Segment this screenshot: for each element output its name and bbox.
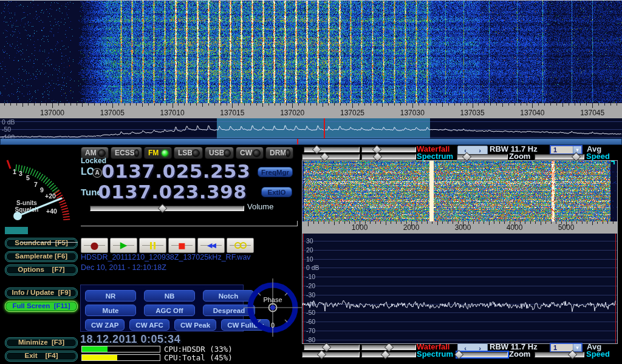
speed-slider[interactable] (535, 352, 584, 357)
frequency-tick-label: 137005 (94, 109, 131, 117)
lo-frequency-display[interactable]: 0137.025.253 (101, 161, 250, 181)
arrow-right-icon[interactable]: › (479, 147, 481, 154)
stop-button[interactable]: ■ (168, 238, 196, 253)
waterfall-brightness-slider[interactable] (361, 147, 416, 152)
dsp-row: NRNBNotch (85, 290, 254, 302)
spectrum-label: Spectrum (417, 350, 453, 359)
mode-button-label: AM (85, 149, 97, 157)
mode-button-label: USB (209, 149, 224, 157)
audio-spectrum-display[interactable] (302, 234, 617, 343)
dsp-button-cw-zap[interactable]: CW ZAP (85, 319, 125, 331)
mode-button-drm[interactable]: DRM (265, 147, 293, 159)
dsp-button-cw-peak[interactable]: CW Peak (174, 319, 216, 331)
dsp-button-nb[interactable]: NB (144, 290, 195, 302)
frequency-tick-label: 137025 (334, 109, 371, 117)
tune-frequency-display[interactable]: 0137.023.398 (98, 182, 247, 201)
rewind-button[interactable]: ◀◀ (197, 238, 225, 253)
chevron-down-icon[interactable]: ▾ (573, 344, 581, 351)
recording-file-date: Dec 10, 2011 - 12:10:18Z (81, 263, 166, 272)
s-meter-tick-label: +40 (46, 207, 57, 215)
minimize-button[interactable]: Minimize [F3] (5, 337, 78, 348)
mode-button-cw[interactable]: CW (236, 147, 264, 159)
s-meter-tick-label: 7 (34, 181, 38, 188)
record-button[interactable]: ● (81, 238, 108, 253)
mode-button-label: LSB (178, 149, 193, 157)
main-spectrum-display[interactable]: 0 dB-50-100 (0, 118, 622, 138)
waterfall-contrast-slider-thumb[interactable] (322, 343, 332, 352)
s-meter-tick-label: +20 (45, 192, 56, 200)
dsp-button-nr[interactable]: NR (85, 290, 136, 302)
zoom-slider[interactable] (457, 154, 508, 160)
waterfall-contrast-slider-thumb[interactable] (312, 145, 322, 155)
spectrum-offset-slider[interactable] (361, 154, 416, 160)
volume-slider[interactable] (90, 206, 244, 211)
dsp-button-agc-off[interactable]: AGC Off (144, 305, 195, 316)
main-frequency-scale[interactable]: 1370001370051370101370151370201370251370… (0, 103, 622, 118)
recording-file-name: HDSDR_20111210_120938Z_137025kHz_RF.wav (81, 253, 251, 261)
waterfall-shift-arrows[interactable]: ‹› (457, 146, 488, 155)
audio-db-axis-label: 30 (306, 237, 313, 244)
play-button[interactable]: ▶ (110, 238, 137, 253)
volume-label: Volume (247, 202, 273, 211)
waterfall-contrast-slider[interactable] (304, 147, 360, 152)
exit-button[interactable]: Exit [F4] (5, 351, 78, 362)
frequency-tick-label: 137015 (214, 109, 250, 117)
s-units-label: S-units (16, 200, 37, 206)
speed-label: Speed (586, 152, 610, 161)
loop-button[interactable] (227, 238, 254, 253)
audio-db-axis-label: 10 (306, 255, 313, 263)
waterfall-shift-arrows[interactable]: ‹› (457, 343, 488, 352)
arrow-right-icon[interactable]: › (479, 345, 481, 352)
audio-frequency-tick-label: 4000 (496, 223, 533, 232)
spectrum-range-slider[interactable] (302, 154, 360, 160)
freqmgr-button[interactable]: FreqMgr (258, 167, 293, 177)
main-waterfall-display[interactable] (0, 0, 622, 103)
extio-button[interactable]: ExtIO (261, 187, 292, 197)
frequency-tick-label: 137045 (574, 109, 610, 117)
audio-db-axis-label: 0 dB (306, 264, 320, 271)
zoom-slider-thumb[interactable] (454, 350, 464, 360)
chevron-down-icon[interactable]: ▾ (573, 146, 581, 153)
zoom-slider[interactable] (457, 352, 508, 357)
waterfall-contrast-slider[interactable] (304, 345, 360, 350)
samplerate-button[interactable]: Samplerate [F6] (5, 251, 78, 262)
frequency-tick-label: 137040 (514, 109, 550, 117)
group-divider (20, 242, 78, 243)
loop-ring (240, 242, 247, 249)
mode-led-indicator (224, 150, 230, 157)
mode-led-indicator (98, 150, 105, 157)
speed-slider-thumb[interactable] (568, 350, 578, 360)
speed-slider[interactable] (535, 154, 584, 160)
pause-icon (150, 242, 156, 249)
soundcard-button[interactable]: Soundcard [F5] (5, 238, 78, 249)
mode-button-label: FM (148, 149, 159, 157)
info-update-button[interactable]: Info / Update [F9] (5, 288, 78, 298)
stop-icon: ■ (178, 241, 185, 249)
s-meter-tick-label: 9 (40, 186, 44, 194)
pause-button[interactable] (139, 238, 166, 253)
mode-button-lsb[interactable]: LSB (174, 147, 203, 159)
full-screen-button[interactable]: Full Screen [F11] (5, 301, 78, 312)
mode-button-ecss[interactable]: ECSS (111, 147, 142, 159)
audio-waterfall-display[interactable] (302, 161, 617, 221)
squelch-slider[interactable] (5, 227, 28, 234)
waterfall-brightness-slider[interactable] (361, 345, 416, 350)
options-button[interactable]: Options [F7] (5, 265, 78, 275)
spectrum-offset-slider[interactable] (361, 352, 416, 357)
volume-slider-thumb[interactable] (158, 204, 168, 214)
arrow-left-icon[interactable]: ‹ (464, 345, 466, 352)
avg-dropdown[interactable]: 1▾ (550, 343, 583, 352)
spectrum-offset-slider-thumb[interactable] (381, 350, 391, 360)
lo-auto-badge[interactable]: A (92, 168, 102, 178)
dsp-button-mute[interactable]: Mute (85, 305, 136, 316)
mode-button-usb[interactable]: USB (205, 147, 234, 159)
avg-dropdown-value: 1 (551, 344, 573, 351)
mode-button-fm[interactable]: FM (144, 147, 172, 159)
spectrum-range-slider-thumb[interactable] (316, 350, 326, 360)
group-divider (297, 221, 298, 226)
audio-db-axis-label: -20 (306, 282, 315, 289)
audio-db-axis-label: -50 (306, 309, 315, 316)
spectrum-range-slider[interactable] (302, 352, 360, 357)
dsp-button-cw-afc[interactable]: CW AFC (129, 319, 169, 331)
audio-db-axis-label: -10 (306, 273, 315, 280)
